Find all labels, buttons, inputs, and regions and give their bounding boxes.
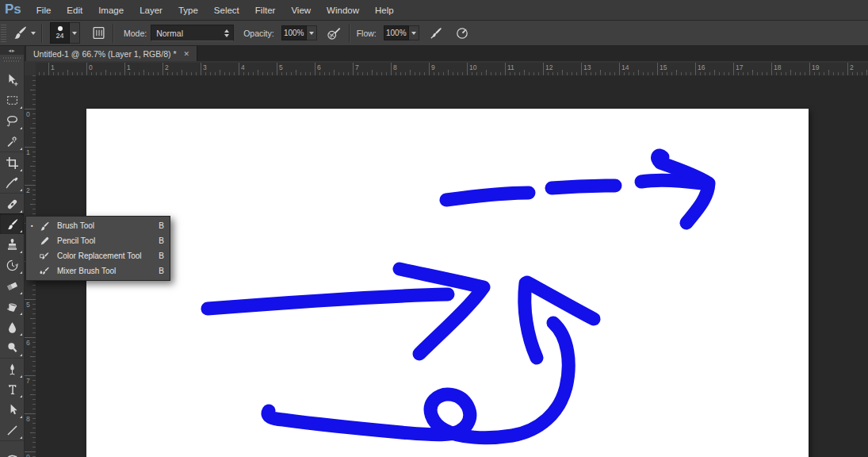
- chevron-down-icon: [31, 32, 36, 35]
- wand-icon: [6, 135, 19, 148]
- quick-selection-tool[interactable]: [0, 131, 24, 152]
- ruler-major-tick: [86, 63, 87, 75]
- menu-item-pencil-tool[interactable]: Pencil ToolB: [26, 233, 170, 248]
- menu-edit[interactable]: Edit: [59, 6, 90, 15]
- rectangular-marquee-tool[interactable]: [0, 90, 24, 110]
- line-tool[interactable]: [0, 420, 24, 440]
- menu-help[interactable]: Help: [367, 6, 402, 15]
- eyedropper-icon: [6, 176, 19, 190]
- brush-icon: [12, 25, 28, 40]
- type-tool[interactable]: [0, 378, 24, 399]
- ruler-label: 16: [698, 63, 705, 71]
- menu-item-mixer-brush-tool[interactable]: Mixer Brush ToolB: [26, 263, 170, 278]
- airbrush-opacity-icon: [327, 26, 341, 40]
- document-canvas[interactable]: [86, 109, 809, 457]
- menu-layer[interactable]: Layer: [132, 6, 170, 15]
- airbrush-mode-button[interactable]: [429, 26, 443, 40]
- menu-bar: Ps FileEditImageLayerTypeSelectFilterVie…: [0, 0, 868, 21]
- tablet-pressure-size-button[interactable]: [455, 26, 469, 40]
- brush-stroke: [525, 283, 537, 358]
- opacity-dropdown-button[interactable]: [307, 25, 317, 40]
- brush-tool[interactable]: [0, 213, 24, 234]
- brush-picker-dropdown-button[interactable]: [70, 22, 80, 44]
- menu-file[interactable]: File: [29, 6, 59, 15]
- panel-icon: [92, 26, 105, 40]
- crop-tool[interactable]: [0, 152, 24, 173]
- move-tool[interactable]: [0, 69, 24, 90]
- menu-select[interactable]: Select: [206, 6, 247, 15]
- brush-strokes-drawing: [86, 109, 809, 457]
- menu-type[interactable]: Type: [170, 6, 206, 15]
- photoshop-logo: Ps: [0, 2, 29, 18]
- brush-icon: [6, 217, 19, 231]
- move-icon: [6, 73, 19, 86]
- menu-item-brush-tool[interactable]: ▪Brush ToolB: [26, 218, 170, 233]
- gradient-tool[interactable]: [0, 296, 24, 317]
- blend-mode-select[interactable]: Normal: [151, 25, 234, 41]
- collapse-tools-button[interactable]: ◂▸: [0, 46, 24, 55]
- eyedropper-tool[interactable]: [0, 172, 24, 193]
- ruler-corner-box: [25, 63, 36, 76]
- tablet-pressure-opacity-button[interactable]: [327, 26, 341, 40]
- brush-size-preview[interactable]: 24: [46, 22, 80, 44]
- ruler-major-tick: [25, 185, 36, 186]
- dodge-tool[interactable]: [0, 337, 24, 358]
- blur-tool[interactable]: [0, 317, 24, 337]
- brush-stroke: [527, 282, 594, 319]
- brush-size-value: 24: [55, 32, 63, 40]
- ruler-label: 3: [203, 63, 207, 71]
- flow-input[interactable]: 100%: [384, 25, 409, 40]
- tools-panel-grip[interactable]: [3, 57, 21, 62]
- eraser-icon: [6, 279, 19, 293]
- ruler-label: 15: [660, 63, 667, 71]
- ruler-label: 2: [850, 63, 854, 71]
- clone-stamp-tool[interactable]: [0, 234, 24, 255]
- history-brush-tool[interactable]: [0, 255, 24, 275]
- rotate-view-tool[interactable]: [0, 440, 24, 457]
- mixer-brush-icon: [39, 266, 55, 277]
- flow-dropdown-button[interactable]: [409, 25, 419, 40]
- chevron-down-icon: [411, 32, 416, 35]
- mode-label: Mode:: [124, 29, 147, 38]
- opacity-input[interactable]: 100%: [281, 25, 307, 40]
- spot-healing-brush-tool[interactable]: [0, 193, 24, 214]
- tools-panel: ◂▸: [0, 46, 25, 457]
- menu-item-color-replacement-tool[interactable]: Color Replacement ToolB: [26, 248, 170, 263]
- bucket-icon: [6, 300, 19, 313]
- brush-icon: [39, 221, 55, 232]
- ruler-label: 7: [355, 63, 359, 71]
- eraser-tool[interactable]: [0, 275, 24, 296]
- options-separator: [113, 24, 114, 43]
- brush-preview-box[interactable]: 24: [50, 22, 70, 44]
- horizontal-ruler[interactable]: 10123456789101112131415161718192: [36, 63, 868, 76]
- path-select-icon: [6, 403, 19, 417]
- options-bar-grip[interactable]: [1, 25, 6, 42]
- ruler-label: 6: [317, 63, 321, 71]
- document-tab-title: Untitled-1 @ 66.7% (Layer 1, RGB/8) *: [33, 49, 176, 59]
- menu-view[interactable]: View: [283, 6, 319, 15]
- color-replacement-icon: [39, 251, 50, 262]
- marquee-icon: [6, 94, 19, 107]
- ruler-major-tick: [277, 63, 277, 75]
- toggle-brush-panel-button[interactable]: [92, 26, 105, 40]
- ruler-label: 1: [127, 63, 131, 71]
- menu-window[interactable]: Window: [319, 6, 367, 15]
- ruler-label: 5: [26, 301, 30, 309]
- pen-tool[interactable]: [0, 358, 24, 379]
- menu-image[interactable]: Image: [90, 6, 132, 15]
- close-icon[interactable]: ✕: [183, 50, 189, 58]
- tool-preset-picker[interactable]: [12, 25, 36, 42]
- ruler-label: 8: [393, 63, 397, 71]
- ruler-label: 17: [736, 63, 743, 71]
- lasso-tool[interactable]: [0, 110, 24, 131]
- ruler-label: 1: [26, 148, 30, 156]
- menu-item-label: Pencil Tool: [57, 236, 95, 245]
- brush-stroke: [208, 294, 448, 309]
- ruler-major-tick: [771, 63, 772, 75]
- ruler-label: 6: [26, 339, 30, 347]
- menu-filter[interactable]: Filter: [247, 6, 284, 15]
- path-selection-tool[interactable]: [0, 399, 24, 420]
- ruler-major-tick: [25, 109, 36, 109]
- document-tab[interactable]: Untitled-1 @ 66.7% (Layer 1, RGB/8) * ✕: [26, 46, 197, 61]
- ruler-label: 8: [26, 415, 30, 423]
